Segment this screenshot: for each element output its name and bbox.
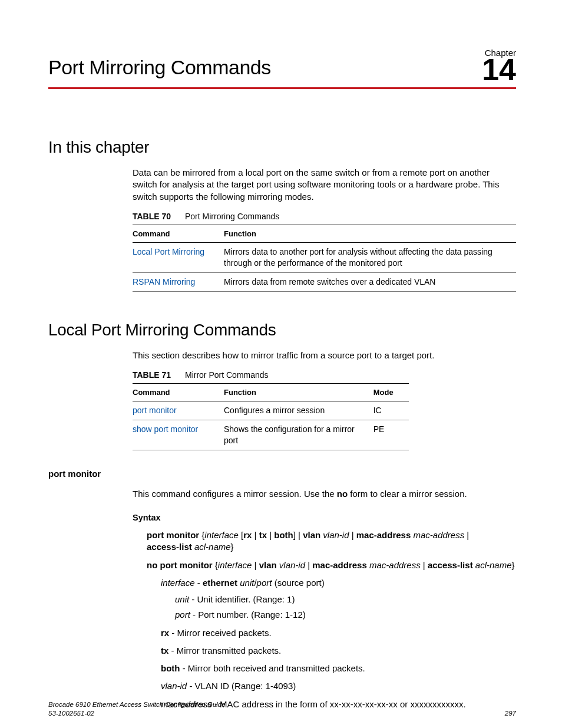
table-row: port monitor Configures a mirror session…	[133, 401, 409, 420]
table-row: Local Port Mirroring Mirrors data to ano…	[133, 243, 516, 273]
link-show-port-monitor[interactable]: show port monitor	[133, 424, 198, 434]
txt: - Mirror transmitted packets.	[168, 645, 281, 655]
punct: {	[213, 560, 218, 570]
kw: no port monitor	[147, 560, 213, 570]
kw: tx	[161, 645, 168, 655]
param-tx: tx - Mirror transmitted packets.	[161, 645, 516, 657]
desc-text: form to clear a mirror session.	[348, 489, 467, 499]
syntax-line-1: port monitor {interface [rx | tx | both]…	[147, 529, 516, 554]
param-both: both - Mirror both received and transmit…	[161, 663, 516, 674]
footer-line-1: Brocade 6910 Ethernet Access Switch Conf…	[48, 701, 226, 708]
kw: mac-address	[312, 560, 367, 570]
param-vlan-id: vlan-id - VLAN ID (Range: 1-4093)	[161, 680, 516, 692]
txt: (source port)	[272, 578, 324, 588]
punct: [	[239, 530, 243, 540]
cell-function: Mirrors data from remote switches over a…	[224, 273, 516, 292]
kw: both	[161, 663, 180, 673]
arg: interface	[204, 530, 239, 540]
punct: }	[231, 542, 234, 552]
arg: interface	[218, 560, 252, 570]
header-rule	[48, 87, 516, 89]
syntax-line-2: no port monitor {interface | vlan vlan-i…	[147, 559, 516, 571]
txt: - Mirror received packets.	[169, 628, 271, 638]
txt: -	[195, 578, 203, 588]
cell-mode: IC	[373, 401, 409, 420]
col-command: Command	[133, 383, 224, 401]
cell-function: Shows the configuration for a mirror por…	[224, 420, 373, 450]
txt: - Port number. (Range: 1-12)	[190, 610, 306, 620]
cell-mode: PE	[373, 420, 409, 450]
cell-function: Mirrors data to another port for analysi…	[224, 243, 516, 273]
kw: rx	[243, 530, 252, 540]
chapter-number: 14	[482, 54, 516, 85]
col-mode: Mode	[373, 383, 409, 401]
section-in-this-chapter: In this chapter	[48, 136, 516, 159]
kw: access-list	[428, 560, 473, 570]
arg: acl-name	[194, 542, 231, 552]
punct: |	[252, 530, 259, 540]
table-number: TABLE 71	[133, 370, 171, 380]
table-title: Port Mirroring Commands	[185, 212, 279, 221]
desc-no: no	[337, 489, 348, 499]
param-port: port - Port number. (Range: 1-12)	[175, 609, 516, 621]
punct: }	[512, 560, 515, 570]
arg: port	[257, 578, 272, 588]
command-description: This command configures a mirror session…	[133, 488, 516, 500]
punct: |	[252, 560, 259, 570]
page-title: Port Mirroring Commands	[48, 54, 271, 81]
kw: port monitor	[147, 530, 199, 540]
col-command: Command	[133, 225, 224, 243]
link-local-port-mirroring[interactable]: Local Port Mirroring	[133, 247, 204, 256]
cell-function: Configures a mirror session	[224, 401, 373, 420]
section-local-port-mirroring: Local Port Mirroring Commands	[48, 319, 516, 341]
table-title: Mirror Port Commands	[185, 370, 269, 380]
table-70-caption: TABLE 70 Port Mirroring Commands	[133, 211, 516, 222]
param-rx: rx - Mirror received packets.	[161, 627, 516, 639]
punct: |	[305, 560, 312, 570]
kw: access-list	[147, 542, 192, 552]
param-interface: interface - ethernet unit/port (source p…	[161, 577, 516, 589]
link-rspan-mirroring[interactable]: RSPAN Mirroring	[133, 277, 195, 286]
punct: |	[464, 530, 469, 540]
kw: rx	[161, 628, 169, 638]
table-header-row: Command Function Mode	[133, 383, 409, 401]
table-header-row: Command Function	[133, 225, 516, 243]
txt: VLAN ID (Range: 1-4093)	[195, 681, 296, 691]
link-port-monitor[interactable]: port monitor	[133, 406, 177, 415]
arg: vlan-id	[323, 530, 349, 540]
syntax-block: port monitor {interface [rx | tx | both]…	[147, 529, 516, 710]
arg: mac-address	[369, 560, 421, 570]
arg: acl-name	[475, 560, 512, 570]
arg: vlan-id -	[161, 681, 195, 691]
kw: ethernet	[203, 578, 237, 588]
txt: - Unit identifier. (Range: 1)	[189, 594, 295, 604]
page-footer: Brocade 6910 Ethernet Access Switch Conf…	[48, 700, 516, 719]
arg: mac-address	[413, 530, 464, 540]
kw: tx	[259, 530, 267, 540]
arg: unit	[240, 578, 254, 588]
table-71: Command Function Mode port monitor Confi…	[133, 383, 409, 450]
kw: vlan	[259, 560, 277, 570]
desc-text: This command configures a mirror session…	[133, 489, 337, 499]
command-heading-port-monitor: port monitor	[48, 468, 516, 480]
intro-paragraph-2: This section describes how to mirror tra…	[133, 350, 516, 361]
section-body: Data can be mirrored from a local port o…	[133, 167, 516, 292]
kw: both	[274, 530, 293, 540]
table-row: RSPAN Mirroring Mirrors data from remote…	[133, 273, 516, 292]
arg: vlan-id	[279, 560, 305, 570]
arg: interface	[161, 578, 195, 588]
command-body: This command configures a mirror session…	[133, 488, 516, 710]
intro-paragraph: Data can be mirrored from a local port o…	[133, 167, 516, 203]
footer-title: Brocade 6910 Ethernet Access Switch Conf…	[48, 700, 226, 719]
footer-page-number: 297	[505, 709, 516, 719]
page: Chapter Port Mirroring Commands 14 In th…	[0, 0, 562, 728]
punct: |	[267, 530, 274, 540]
punct: {	[199, 530, 204, 540]
section-body-2: This section describes how to mirror tra…	[133, 350, 516, 450]
footer-line-2: 53-1002651-02	[48, 710, 94, 717]
arg: unit	[175, 594, 189, 604]
col-function: Function	[224, 225, 516, 243]
punct: ] |	[293, 530, 303, 540]
col-function: Function	[224, 383, 373, 401]
syntax-label: Syntax	[133, 512, 516, 524]
